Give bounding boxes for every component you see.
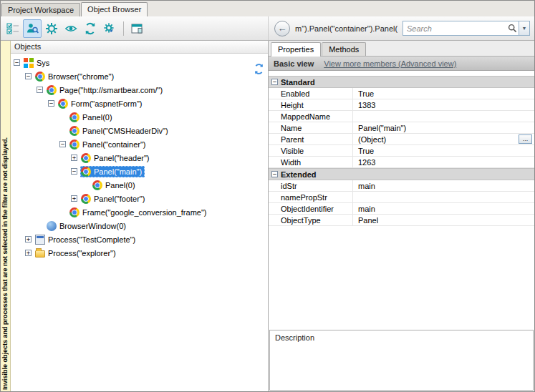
expand-icon[interactable]: + <box>71 195 77 202</box>
property-row[interactable]: idStrmain <box>269 180 534 192</box>
chrome-icon <box>81 194 91 204</box>
object-spy-icon <box>26 22 39 35</box>
tree-item-content[interactable]: Panel("CMSHeaderDiv") <box>69 125 171 137</box>
property-row[interactable]: Height1383 <box>269 99 534 111</box>
tree-item-content[interactable]: Form("aspnetForm") <box>57 98 145 109</box>
property-row[interactable]: namePropStr <box>269 192 534 203</box>
property-value: main <box>358 205 375 213</box>
collapse-icon[interactable]: − <box>271 79 278 85</box>
advanced-view-link[interactable]: View more members (Advanced view) <box>324 59 456 68</box>
collapse-icon[interactable]: − <box>271 171 278 177</box>
tree-item-content[interactable]: Process("TestComplete") <box>34 234 138 245</box>
section-header[interactable]: −Standard <box>269 76 534 88</box>
chrome-icon <box>69 112 79 122</box>
expand-icon[interactable]: + <box>25 250 32 256</box>
search-input[interactable] <box>403 24 506 33</box>
tree-item-label: Page("http://smartbear.com/") <box>59 86 163 94</box>
tree-item[interactable]: −Page("http://smartbear.com/") <box>11 83 268 97</box>
tab-object-browser[interactable]: Object Browser <box>81 2 148 16</box>
panel-window-icon <box>130 22 143 35</box>
tree-item-label: BrowserWindow(0) <box>59 222 126 230</box>
collapse-icon[interactable]: − <box>37 87 43 93</box>
tree-item-content[interactable]: Sys <box>23 57 52 69</box>
tree-item-label: Sys <box>37 59 49 67</box>
tree-item[interactable]: Panel("CMSHeaderDiv") <box>11 124 268 137</box>
collapse-icon[interactable]: − <box>14 59 20 66</box>
collapse-icon[interactable]: − <box>59 141 66 147</box>
property-row[interactable]: Parent(Object)... <box>269 134 534 145</box>
visibility-eye-button[interactable] <box>62 19 80 38</box>
tree-item[interactable]: −Sys <box>11 56 268 69</box>
tree-item[interactable]: +Panel("footer") <box>11 192 268 205</box>
tree-item-label: Process("explorer") <box>48 249 116 258</box>
search-dropdown-button[interactable]: ▼ <box>519 21 529 35</box>
collapse-icon[interactable]: − <box>71 168 77 175</box>
tree-item-content[interactable]: Process("explorer") <box>34 248 119 258</box>
property-value: main <box>358 182 375 190</box>
refresh-button[interactable] <box>81 19 100 38</box>
tree-item[interactable]: Panel(0) <box>11 110 268 124</box>
property-row[interactable]: Width1263 <box>269 157 534 168</box>
tree-item-label: Panel("footer") <box>94 195 145 203</box>
settings-gear-button[interactable] <box>42 19 61 38</box>
filter-note-text: Invisible objects and processes that are… <box>1 137 9 390</box>
property-row[interactable]: NamePanel("main") <box>269 122 534 134</box>
search-icon[interactable] <box>506 24 519 33</box>
tree-item-content[interactable]: Panel("main") <box>80 166 145 177</box>
section-header[interactable]: −Extended <box>269 168 534 180</box>
property-row[interactable]: MappedName <box>269 111 534 122</box>
tree-item-content[interactable]: BrowserWindow(0) <box>46 220 129 232</box>
tree-item[interactable]: Frame("google_conversion_frame") <box>11 205 268 219</box>
property-row[interactable]: ObjectIdentifiermain <box>269 203 534 215</box>
tree-item-content[interactable]: Page("http://smartbear.com/") <box>46 84 165 96</box>
tree-item[interactable]: +Panel("header") <box>11 151 268 165</box>
property-value: True <box>358 147 374 155</box>
view-bar: Basic view View more members (Advanced v… <box>269 57 534 71</box>
toolbar <box>1 16 269 40</box>
tree-item[interactable]: −Panel("main") <box>11 165 268 178</box>
property-row[interactable]: ObjectTypePanel <box>269 215 534 226</box>
sphere-icon <box>47 221 57 231</box>
tree-item[interactable]: −Form("aspnetForm") <box>11 97 268 110</box>
tree-item[interactable]: BrowserWindow(0) <box>11 219 268 232</box>
tree-item-content[interactable]: Panel("header") <box>80 152 153 164</box>
tree-item-label: Panel("header") <box>94 154 150 162</box>
object-spy-button[interactable] <box>23 19 42 38</box>
expand-icon[interactable]: + <box>25 236 32 242</box>
expand-icon[interactable]: + <box>71 155 77 161</box>
advanced-gear-button[interactable] <box>100 19 119 38</box>
property-row[interactable]: VisibleTrue <box>269 145 534 157</box>
tree-item-label: Panel(0) <box>105 181 135 190</box>
panel-window-button[interactable] <box>127 19 146 38</box>
collapse-icon[interactable]: − <box>48 100 54 107</box>
tree-item[interactable]: −Browser("chrome") <box>11 69 268 83</box>
tab-properties[interactable]: Properties <box>271 42 321 57</box>
ellipsis-button[interactable]: ... <box>519 134 532 144</box>
object-path[interactable]: m").Panel("container").Panel("main") <box>295 24 397 33</box>
back-button[interactable]: ← <box>274 21 290 36</box>
chrome-icon <box>47 85 57 95</box>
main-content: Invisible objects and processes that are… <box>1 41 534 391</box>
tree-item[interactable]: Panel(0) <box>11 178 268 192</box>
object-navigation-bar: ← m").Panel("container").Panel("main") ▼ <box>269 16 534 40</box>
property-name: ObjectIdentifier <box>269 203 353 214</box>
collapse-icon[interactable]: − <box>25 73 32 79</box>
description-panel: Description <box>269 330 534 391</box>
property-row[interactable]: EnabledTrue <box>269 88 534 99</box>
filter-checklist-button[interactable] <box>4 19 22 38</box>
tree-item-content[interactable]: Panel("footer") <box>80 193 148 205</box>
property-name: Width <box>269 157 353 167</box>
tree-item[interactable]: −Panel("container") <box>11 137 268 151</box>
tree-item[interactable]: +Process("TestComplete") <box>11 232 268 246</box>
advanced-gear-icon <box>103 22 116 35</box>
tree-item-content[interactable]: Browser("chrome") <box>34 71 117 82</box>
tree-item-label: Browser("chrome") <box>48 72 114 81</box>
view-mode-label: Basic view <box>274 59 314 68</box>
tree-item-content[interactable]: Panel(0) <box>92 180 138 191</box>
tree-item[interactable]: +Process("explorer") <box>11 246 268 260</box>
tree-item-content[interactable]: Panel("container") <box>69 139 149 150</box>
tab-methods[interactable]: Methods <box>322 42 366 56</box>
tree-item-content[interactable]: Panel(0) <box>69 112 115 123</box>
tab-project-workspace[interactable]: Project Workspace <box>1 3 80 16</box>
tree-item-content[interactable]: Frame("google_conversion_frame") <box>69 207 210 218</box>
